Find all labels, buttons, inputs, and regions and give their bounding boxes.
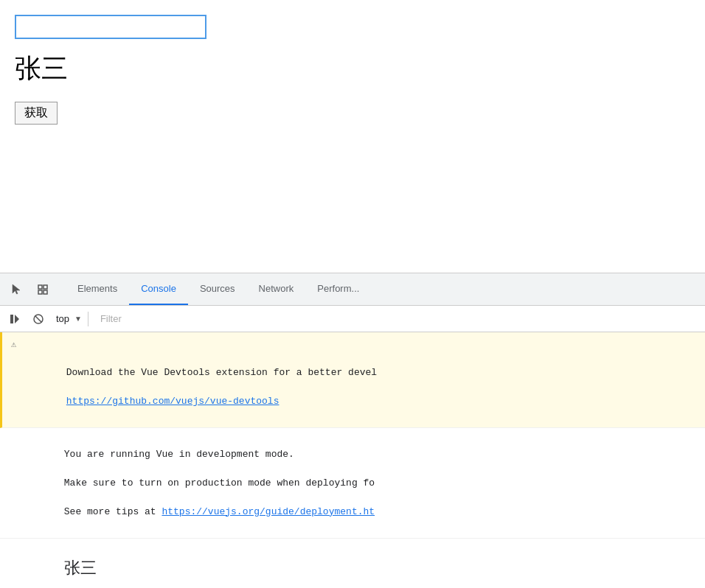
warn-icon: ⚠ xyxy=(11,338,16,351)
console-entry-download: ⚠ Download the Vue Devtools extension fo… xyxy=(0,332,705,428)
console-toolbar: top ▼ xyxy=(0,306,705,332)
get-button[interactable]: 获取 xyxy=(15,102,58,125)
dropdown-arrow-icon: ▼ xyxy=(74,315,82,323)
console-entry-vue-warning: You are running Vue in development mode.… xyxy=(0,428,705,539)
svg-marker-5 xyxy=(15,315,19,323)
tab-network[interactable]: Network xyxy=(247,273,306,305)
name-input[interactable]: 张三 xyxy=(15,15,206,39)
svg-rect-4 xyxy=(10,315,13,323)
vue-line1: You are running Vue in development mode. xyxy=(64,449,294,460)
filter-input[interactable] xyxy=(94,312,699,326)
tab-sources[interactable]: Sources xyxy=(188,273,247,305)
context-selector[interactable]: top ▼ xyxy=(53,312,82,326)
vue-devtools-link[interactable]: https://github.com/vuejs/vue-devtools xyxy=(66,396,279,407)
svg-rect-0 xyxy=(38,285,42,289)
devtools-tabs: Elements Console Sources Network Perform… xyxy=(66,273,699,305)
block-icon[interactable] xyxy=(29,310,47,328)
download-text-before: Download the Vue Devtools extension for … xyxy=(66,367,377,378)
vue-line3-prefix: See more tips at xyxy=(64,506,162,517)
vue-line2: Make sure to turn on production mode whe… xyxy=(64,477,375,489)
output-chinese-name: 张三 xyxy=(64,560,97,578)
svg-rect-3 xyxy=(44,290,47,294)
display-name: 张三 xyxy=(15,51,690,87)
deployment-link[interactable]: https://vuejs.org/guide/deployment.ht xyxy=(162,506,375,517)
console-output: ⚠ Download the Vue Devtools extension fo… xyxy=(0,332,705,588)
tab-console[interactable]: Console xyxy=(129,273,188,305)
devtools-panel: Elements Console Sources Network Perform… xyxy=(0,273,705,588)
top-select[interactable]: top xyxy=(53,312,73,326)
svg-line-7 xyxy=(35,315,42,322)
inspect-icon[interactable] xyxy=(32,279,53,300)
cursor-icon[interactable] xyxy=(6,279,27,300)
devtools-top-toolbar: Elements Console Sources Network Perform… xyxy=(0,273,705,306)
svg-rect-1 xyxy=(44,285,47,289)
tab-performance[interactable]: Perform... xyxy=(305,273,371,305)
svg-rect-2 xyxy=(38,290,42,294)
play-icon[interactable] xyxy=(6,310,24,328)
console-entry-name: 张三 xyxy=(0,539,705,589)
tab-elements[interactable]: Elements xyxy=(66,273,129,305)
filter-divider xyxy=(88,312,88,326)
app-area: 张三 张三 获取 xyxy=(0,0,705,273)
